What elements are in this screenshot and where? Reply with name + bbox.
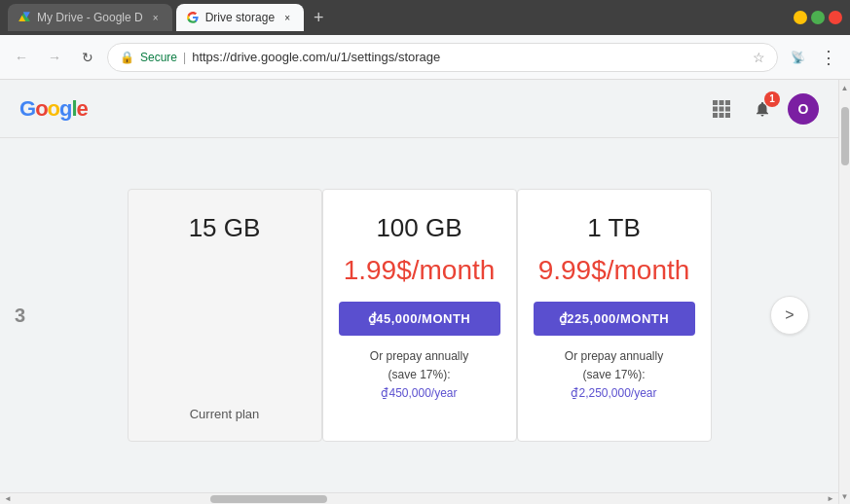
page-wrapper: Google — [0, 80, 850, 504]
plan-1tb-button[interactable]: ₫225,000/MONTH — [534, 302, 695, 336]
bottom-scroll-thumb[interactable] — [210, 495, 327, 503]
tab-storage[interactable]: Drive storage × — [176, 4, 304, 31]
svg-rect-9 — [725, 106, 730, 111]
secure-label: Secure — [140, 51, 177, 64]
plan-15gb-current-label: Current plan — [190, 407, 260, 421]
scroll-track[interactable] — [841, 97, 849, 486]
bookmark-icon[interactable]: ☆ — [753, 50, 765, 65]
plan-100gb-annual-intro: Or prepay annually — [370, 349, 468, 363]
address-bar[interactable]: 🔒 Secure | https://drive.google.com/u/1/… — [107, 43, 778, 72]
plan-card-1tb: 1 TB 9.99$/month ₫225,000/MONTH Or prepa… — [517, 189, 712, 442]
close-button[interactable]: × — [829, 11, 842, 24]
scroll-up-button[interactable]: ▲ — [839, 80, 851, 95]
svg-rect-7 — [713, 106, 718, 111]
logo-e: e — [77, 96, 88, 121]
chrome-menu-button[interactable]: ⋮ — [815, 44, 842, 71]
google-logo: Google — [19, 96, 88, 122]
plan-1tb-annual-intro: Or prepay annually — [565, 349, 663, 363]
google-header: Google — [0, 80, 838, 138]
toolbar-right: 📡 ⋮ — [784, 44, 842, 71]
plans-container: 15 GB Current plan 100 GB 1.99$/month ₫4… — [128, 189, 712, 442]
tab-mydrive-close[interactable]: × — [149, 11, 163, 24]
scroll-right-button[interactable]: ► — [823, 493, 838, 505]
plan-1tb-annual-link[interactable]: ₫2,250,000/year — [571, 386, 656, 400]
storage-area: 3 15 GB Current plan 100 GB 1.99$/month … — [0, 138, 838, 492]
scroll-down-button[interactable]: ▼ — [839, 488, 851, 504]
cast-icon[interactable]: 📡 — [784, 44, 811, 71]
svg-rect-4 — [713, 100, 718, 105]
tab-mydrive-label: My Drive - Google D — [37, 11, 143, 24]
header-right: 1 O — [706, 93, 819, 125]
google-favicon-icon — [186, 11, 200, 24]
logo-g2: g — [59, 96, 71, 121]
right-scrollbar: ▲ ▼ — [838, 80, 850, 504]
logo-g: G — [19, 96, 35, 121]
plan-100gb-price: 1.99$/month — [344, 255, 496, 286]
notification-badge: 1 — [764, 91, 780, 107]
grid-icon — [713, 100, 730, 118]
svg-rect-8 — [720, 106, 724, 111]
plan-1tb-annual-save: (save 17%): — [582, 368, 645, 381]
plan-card-100gb: 100 GB 1.99$/month ₫45,000/MONTH Or prep… — [322, 189, 517, 442]
minimize-button[interactable]: − — [794, 11, 807, 24]
google-apps-button[interactable] — [706, 93, 737, 125]
plan-100gb-annual: Or prepay annually (save 17%): ₫450,000/… — [370, 347, 468, 404]
plan-100gb-annual-link[interactable]: ₫450,000/year — [381, 386, 457, 400]
titlebar: My Drive - Google D × Drive storage × + … — [0, 0, 850, 35]
page-main: Google — [0, 80, 838, 504]
maximize-button[interactable]: + — [811, 11, 825, 24]
svg-rect-11 — [720, 113, 724, 118]
logo-o1: o — [35, 96, 47, 121]
bottom-scrollbar: ◄ ► — [0, 492, 838, 504]
forward-button[interactable]: → — [41, 44, 68, 71]
plan-1tb-price: 9.99$/month — [538, 255, 690, 286]
left-partial-indicator: 3 — [15, 305, 25, 327]
svg-rect-5 — [720, 100, 724, 105]
back-button[interactable]: ← — [8, 44, 35, 71]
window-controls: − + × — [794, 11, 842, 24]
url-display: https://drive.google.com/u/1/settings/st… — [192, 50, 747, 64]
svg-rect-10 — [713, 113, 718, 118]
tab-storage-label: Drive storage — [205, 11, 275, 24]
svg-rect-12 — [725, 113, 730, 118]
plan-1tb-storage: 1 TB — [587, 213, 640, 243]
secure-icon: 🔒 — [120, 51, 134, 64]
user-avatar[interactable]: O — [788, 93, 819, 125]
plan-100gb-annual-save: (save 17%): — [388, 368, 450, 381]
new-tab-button[interactable]: + — [308, 8, 330, 28]
scroll-thumb[interactable] — [841, 107, 849, 165]
refresh-button[interactable]: ↻ — [74, 44, 101, 71]
tab-mydrive[interactable]: My Drive - Google D × — [8, 4, 172, 31]
plan-1tb-annual: Or prepay annually (save 17%): ₫2,250,00… — [565, 347, 663, 404]
next-arrow-button[interactable]: > — [770, 296, 809, 335]
chrome-toolbar: ← → ↻ 🔒 Secure | https://drive.google.co… — [0, 35, 850, 80]
plan-card-15gb: 15 GB Current plan — [128, 189, 322, 442]
tab-storage-close[interactable]: × — [280, 11, 294, 24]
logo-o2: o — [48, 96, 59, 121]
next-chevron-icon: > — [785, 306, 794, 324]
separator: | — [183, 51, 186, 64]
notifications-button[interactable]: 1 — [747, 93, 778, 125]
bottom-scroll-track[interactable] — [16, 495, 823, 503]
svg-rect-6 — [725, 100, 730, 105]
plan-100gb-button[interactable]: ₫45,000/MONTH — [339, 302, 500, 336]
drive-favicon-icon — [18, 11, 31, 24]
plan-15gb-storage: 15 GB — [189, 213, 261, 243]
scroll-left-button[interactable]: ◄ — [0, 493, 16, 505]
plan-100gb-storage: 100 GB — [376, 213, 462, 243]
